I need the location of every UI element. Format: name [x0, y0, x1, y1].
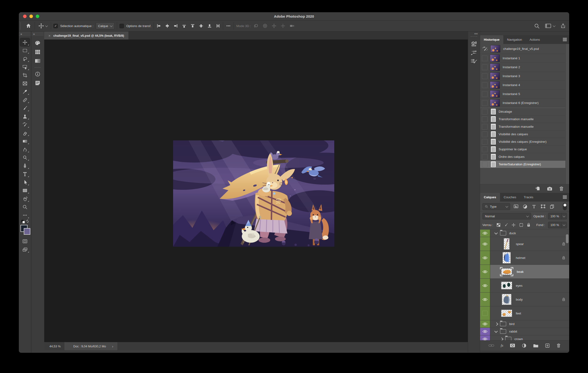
filter-pixel-layers-icon[interactable]: [514, 204, 519, 209]
layer-name[interactable]: rabbit: [509, 330, 517, 333]
history-snapshot-row[interactable]: Instantané 6 (Enregistrer): [480, 99, 569, 107]
snapshot-checkbox[interactable]: [482, 100, 488, 106]
snapshot-checkbox[interactable]: [482, 64, 488, 70]
color-panel-icon[interactable]: [33, 39, 42, 48]
visibility-toggle[interactable]: [480, 335, 490, 340]
filter-toggle[interactable]: [563, 203, 567, 210]
opacity-field[interactable]: 100 %: [548, 213, 567, 219]
history-brush-tool[interactable]: [20, 120, 30, 129]
tab-navigation[interactable]: Navigation: [503, 35, 526, 44]
spot-healing-tool[interactable]: [20, 96, 30, 104]
filter-type-dropdown[interactable]: Type: [483, 203, 510, 210]
transform-options-checkbox[interactable]: [119, 24, 124, 28]
history-state-row[interactable]: Décalage: [480, 108, 569, 115]
history-state-row[interactable]: Transformation manuelle: [480, 123, 569, 131]
filter-adjustment-layers-icon[interactable]: [523, 204, 527, 209]
snapshot-checkbox[interactable]: [482, 55, 488, 61]
layer-row-rabbit[interactable]: rabbit: [480, 328, 569, 335]
document-tab[interactable]: × challenge19_final_v5.psd @ 44,5% (beak…: [44, 31, 128, 40]
snapshot-checkbox[interactable]: [482, 82, 488, 88]
filter-smart-objects-icon[interactable]: [550, 204, 555, 209]
layer-name[interactable]: duck: [509, 231, 516, 235]
layer-row-eyes[interactable]: eyes: [480, 279, 569, 293]
screen-mode-button[interactable]: [20, 245, 30, 254]
history-snapshot-row[interactable]: Instantané 4: [480, 81, 569, 90]
new-layer-icon[interactable]: [545, 343, 550, 348]
align-right-edges-icon[interactable]: [173, 23, 178, 29]
new-document-from-state-icon[interactable]: [535, 186, 540, 191]
layer-row-helmet[interactable]: helmet: [480, 251, 569, 265]
visibility-toggle[interactable]: [480, 251, 490, 265]
state-checkbox[interactable]: [482, 116, 488, 122]
brushes-panel-icon[interactable]: [469, 48, 479, 57]
tab-calques[interactable]: Calques: [480, 193, 500, 202]
layer-row-spear[interactable]: spear: [480, 237, 569, 251]
auto-select-dropdown[interactable]: Calque: [96, 22, 115, 29]
panel-menu-icon[interactable]: [563, 195, 567, 199]
object-selection-tool[interactable]: [20, 63, 30, 71]
tab-historique[interactable]: Historique: [480, 35, 503, 44]
history-state-row[interactable]: Visibilité des calques: [480, 131, 569, 138]
notes-panel-icon[interactable]: [33, 79, 42, 87]
state-checkbox[interactable]: [482, 162, 488, 167]
visibility-toggle[interactable]: [480, 279, 490, 292]
gradients-panel-icon[interactable]: [33, 56, 42, 65]
left-panel-expand[interactable]: »: [32, 31, 43, 37]
layer-row-beak[interactable]: beak: [480, 265, 569, 279]
group-expand-chevron[interactable]: [494, 329, 498, 332]
history-state-row[interactable]: Visibilité des calques (Enregistrer): [480, 138, 569, 145]
distribute-vertical-icon[interactable]: [215, 23, 220, 29]
layer-effects-fx-icon[interactable]: fx: [501, 344, 503, 348]
align-vertical-centers-icon[interactable]: [199, 23, 204, 29]
new-adjustment-layer-icon[interactable]: [522, 343, 527, 348]
status-chevron-icon[interactable]: ›: [112, 344, 113, 348]
visibility-toggle[interactable]: [480, 293, 490, 306]
state-checkbox[interactable]: [482, 124, 488, 130]
color-swatches[interactable]: [20, 224, 30, 235]
state-checkbox[interactable]: [482, 154, 488, 160]
visibility-toggle[interactable]: [480, 265, 490, 279]
pen-tool[interactable]: [20, 162, 30, 170]
brush-settings-panel-icon[interactable]: [469, 57, 479, 66]
group-expand-chevron[interactable]: [494, 231, 498, 234]
minimize-window-button[interactable]: [29, 15, 33, 18]
new-group-folder-icon[interactable]: [533, 343, 539, 348]
collapse-dock-button[interactable]: ««: [468, 31, 480, 36]
history-source-row[interactable]: challenge19_final_v5.psd: [480, 44, 569, 54]
history-state-row[interactable]: Transformation manuelle: [480, 115, 569, 123]
path-selection-tool[interactable]: [20, 178, 30, 186]
info-panel-icon[interactable]: [33, 70, 42, 79]
history-state-row-selected[interactable]: Teinte/Saturation (Enregistrer): [480, 161, 569, 168]
tab-couches[interactable]: Couches: [500, 193, 520, 202]
state-checkbox[interactable]: [482, 146, 488, 152]
group-expand-chevron[interactable]: [500, 337, 503, 340]
quick-mask-button[interactable]: [20, 237, 30, 245]
history-state-row[interactable]: Supprimer le calque: [480, 145, 569, 153]
visibility-toggle[interactable]: [480, 237, 490, 251]
history-snapshot-row[interactable]: Instantané 5: [480, 90, 569, 99]
blend-mode-dropdown[interactable]: Normal: [483, 213, 531, 219]
align-top-edges-icon[interactable]: [190, 23, 195, 29]
delete-layer-trash-icon[interactable]: [556, 343, 561, 348]
workspace-switcher[interactable]: [545, 23, 555, 29]
state-checkbox[interactable]: [482, 139, 488, 145]
home-button[interactable]: [25, 22, 32, 29]
tab-actions[interactable]: Actions: [526, 35, 544, 44]
visibility-toggle[interactable]: [480, 229, 490, 237]
delete-state-trash-icon[interactable]: [559, 186, 564, 191]
layer-name[interactable]: spear: [516, 242, 524, 246]
visibility-toggle[interactable]: [480, 306, 490, 320]
lasso-tool[interactable]: [20, 55, 30, 63]
tab-traces[interactable]: Tracés: [520, 193, 537, 202]
layers-scrollbar[interactable]: [566, 234, 568, 243]
layer-name[interactable]: feet: [516, 312, 521, 315]
lock-all-icon[interactable]: [527, 223, 531, 227]
layer-name[interactable]: bird: [509, 322, 514, 326]
add-layer-mask-icon[interactable]: [510, 343, 515, 348]
layer-row-crown[interactable]: crown: [480, 335, 569, 340]
visibility-toggle[interactable]: [480, 320, 490, 328]
filter-shape-layers-icon[interactable]: [540, 204, 546, 209]
history-brush-source-icon[interactable]: [482, 46, 488, 52]
brush-tool[interactable]: [20, 104, 30, 112]
dodge-tool[interactable]: [20, 153, 30, 162]
